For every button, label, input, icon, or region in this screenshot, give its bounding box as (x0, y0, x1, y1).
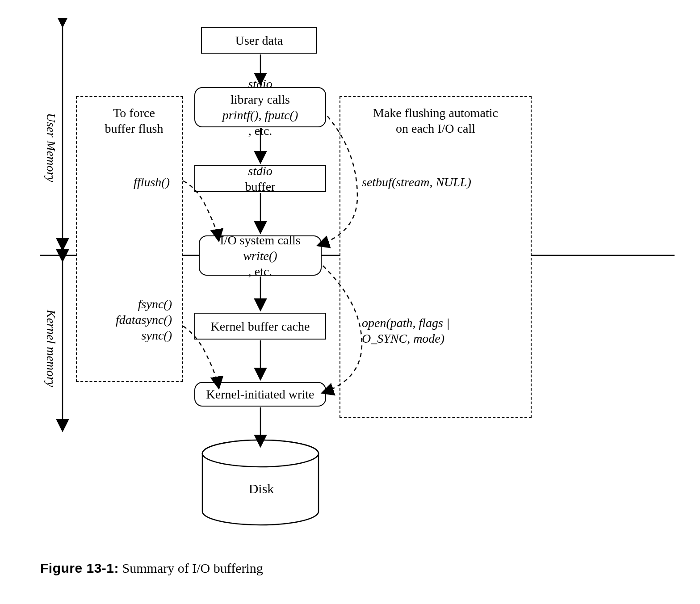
kernel-memory-label: Kernel memory (44, 268, 58, 429)
open-osync-label: open(path, flags |O_SYNC, mode) (362, 315, 518, 346)
auto-flush-title: Make flushing automaticon each I/O call (348, 105, 523, 136)
user-memory-label: User Memory (44, 58, 58, 237)
stdio-buffer-box: stdio buffer (194, 165, 326, 192)
svg-point-1 (202, 440, 319, 467)
stdio-calls-box: stdio library callsprintf(), fputc(), et… (194, 87, 326, 127)
fsync-labels: fsync()fdatasync()sync() (87, 296, 172, 343)
io-syscalls-box: I/O system callswrite(), etc. (199, 235, 322, 276)
disk-label: Disk (221, 480, 302, 497)
user-data-box: User data (201, 27, 317, 54)
kernel-buffer-cache-box: Kernel buffer cache (194, 313, 326, 340)
svg-point-0 (202, 440, 319, 467)
figure-caption: Figure 13-1: Summary of I/O buffering (40, 561, 263, 576)
io-buffering-diagram: User Memory Kernel memory To forcebuffer… (18, 18, 679, 590)
force-flush-title: To forcebuffer flush (89, 105, 179, 136)
setbuf-label: setbuf(stream, NULL) (362, 174, 523, 190)
fflush-label: fflush() (94, 174, 170, 190)
auto-flush-panel (340, 96, 532, 418)
kernel-initiated-write-box: Kernel-initiated write (194, 382, 326, 407)
